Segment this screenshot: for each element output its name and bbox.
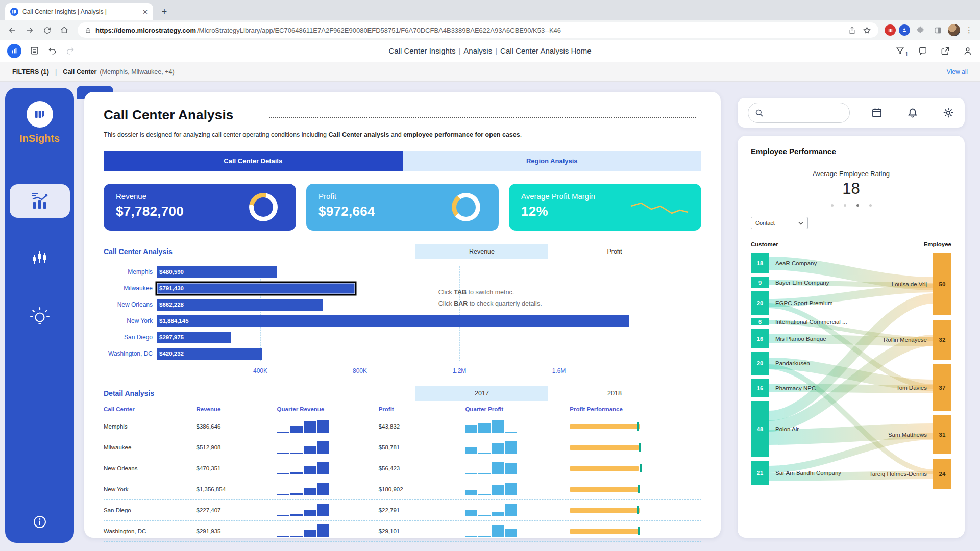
extensions-puzzle-icon[interactable] — [913, 23, 927, 37]
dot-active[interactable] — [856, 204, 859, 207]
bar[interactable]: $662,228 — [157, 299, 323, 311]
metric-tab-profit[interactable]: Profit — [548, 244, 681, 259]
bar-category-label: New York — [104, 317, 157, 324]
reload-icon[interactable] — [40, 23, 54, 37]
share-dossier-icon[interactable] — [940, 46, 950, 56]
sankey-customer-node[interactable]: 16 — [751, 379, 769, 397]
filter-name: Call Center — [63, 68, 96, 76]
comments-icon[interactable] — [918, 46, 928, 56]
utility-bar — [738, 98, 965, 128]
toc-list-icon[interactable] — [30, 46, 39, 56]
profit-performance-bullet — [570, 485, 651, 493]
bookmark-star-icon[interactable] — [863, 26, 871, 35]
sankey-customer-node[interactable]: 21 — [751, 461, 769, 485]
kpi-card-revenue[interactable]: Revenue $7,782,700 — [104, 184, 296, 231]
kpi-row: Revenue $7,782,700 Profit $972,664 Avera… — [104, 184, 701, 231]
col-quarter-profit: Quarter Profit — [465, 406, 570, 412]
home-icon[interactable] — [57, 23, 71, 37]
cell-call-center: New York — [104, 486, 197, 492]
search-box[interactable] — [748, 103, 850, 123]
sankey-customer-node[interactable]: 6 — [751, 318, 769, 325]
extension-blue-icon[interactable] — [899, 24, 910, 36]
back-icon[interactable] — [5, 23, 19, 37]
filter-panel-icon[interactable]: 1 — [895, 46, 905, 56]
settings-gear-icon[interactable] — [942, 107, 954, 119]
sankey-employee-node[interactable]: 32 — [933, 320, 951, 360]
bar-value-label: $1,884,145 — [157, 318, 189, 324]
browser-profile-avatar[interactable] — [948, 24, 960, 36]
account-icon[interactable] — [963, 46, 973, 56]
browser-tab[interactable]: Call Center Insights | Analysis | ✕ — [5, 3, 153, 20]
redo-icon[interactable] — [65, 46, 75, 56]
table-header-row: Call Center Revenue Quarter Revenue Prof… — [104, 406, 701, 416]
dot[interactable] — [869, 204, 872, 207]
dot[interactable] — [831, 204, 834, 207]
sidebar-item-candlestick[interactable] — [10, 242, 70, 276]
customer-employee-sankey: 18AeaR Company9Bayer Elm Company20EGPC S… — [751, 253, 951, 492]
title-dotted-rule — [269, 117, 696, 118]
sankey-customer-node[interactable]: 20 — [751, 291, 769, 315]
tab-close-icon[interactable]: ✕ — [142, 8, 148, 16]
sidebar-info-button[interactable] — [32, 514, 47, 530]
sidebar-item-insights-bulb[interactable] — [10, 300, 70, 334]
metric-tab-revenue[interactable]: Revenue — [415, 244, 548, 259]
year-tab-2018[interactable]: 2018 — [548, 386, 681, 401]
browser-menu-icon[interactable]: ⋮ — [963, 26, 975, 35]
col-call-center: Call Center — [104, 406, 197, 412]
table-row: San Diego$227,407$22,791 — [104, 500, 701, 521]
sankey-customer-node[interactable]: 18 — [751, 253, 769, 273]
cell-quarter-profit — [465, 419, 570, 433]
sankey-customer-node[interactable]: 16 — [751, 329, 769, 348]
panel-title: Employee Performance — [751, 147, 951, 156]
sankey-employee-node[interactable]: 37 — [933, 364, 951, 411]
sankey-employee-node[interactable]: 50 — [933, 253, 951, 315]
share-page-icon[interactable] — [848, 26, 856, 35]
employee-performance-card: Employee Performance Average Employee Ra… — [738, 136, 965, 538]
cell-revenue: $227,407 — [197, 507, 277, 513]
sidebar-item-analysis[interactable] — [10, 184, 70, 218]
dot[interactable] — [844, 204, 846, 207]
filter-values: (Memphis, Milwaukee, +4) — [100, 68, 174, 76]
kpi-card-margin[interactable]: Average Profit Margin 12% — [509, 184, 701, 231]
new-tab-button[interactable]: + — [157, 5, 172, 19]
bar-selected[interactable]: $791,430 — [157, 283, 355, 294]
library-home-logo-icon[interactable] — [7, 44, 21, 58]
candlestick-chart-icon — [30, 249, 50, 269]
extension-mstr-red-icon[interactable] — [885, 24, 896, 36]
table-row: New Orleans$470,351$56,423 — [104, 458, 701, 479]
tab-call-center-details[interactable]: Call Center Details — [104, 151, 403, 171]
quarter-profit-minichart — [465, 524, 518, 538]
sankey-customer-node[interactable]: 48 — [751, 401, 769, 457]
bar-category-label: Memphis — [104, 268, 157, 276]
view-all-link[interactable]: View all — [947, 68, 968, 76]
cell-profit-performance — [570, 506, 701, 514]
bar[interactable]: $420,232 — [157, 348, 262, 360]
cell-profit: $58,781 — [379, 444, 465, 450]
forward-icon[interactable] — [22, 23, 37, 37]
undo-icon[interactable] — [47, 46, 57, 56]
year-tab-2017[interactable]: 2017 — [415, 386, 548, 401]
notifications-bell-icon[interactable] — [906, 107, 919, 119]
bar[interactable]: $297,975 — [157, 332, 231, 343]
contact-dropdown[interactable]: Contact — [751, 217, 808, 229]
calendar-icon[interactable] — [871, 107, 883, 119]
dossier-page-card: Call Center Analysis This dossier is des… — [84, 92, 721, 538]
bar[interactable]: $1,884,145 — [157, 315, 629, 327]
quarter-profit-minichart — [465, 503, 518, 517]
kpi-card-profit[interactable]: Profit $972,664 — [306, 184, 499, 231]
search-input[interactable] — [768, 109, 835, 117]
filters-label[interactable]: FILTERS (1) — [12, 68, 49, 76]
cell-quarter-profit — [465, 482, 570, 496]
sankey-employee-node[interactable]: 31 — [933, 415, 951, 454]
sankey-customer-node[interactable]: 9 — [751, 277, 769, 288]
sankey-employee-node[interactable]: 24 — [933, 459, 951, 489]
filters-summary-bar: FILTERS (1) | Call Center (Memphis, Milw… — [0, 62, 980, 82]
tab-region-analysis[interactable]: Region Analysis — [403, 151, 702, 171]
cell-profit-performance — [570, 422, 701, 431]
bar[interactable]: $480,590 — [157, 266, 277, 278]
sankey-customer-node[interactable]: 20 — [751, 352, 769, 375]
side-panel-icon[interactable] — [930, 23, 945, 37]
cell-quarter-revenue — [277, 461, 379, 475]
address-bar[interactable]: https://demo.microstrategy.com /MicroStr… — [78, 22, 878, 38]
search-icon — [754, 108, 764, 118]
